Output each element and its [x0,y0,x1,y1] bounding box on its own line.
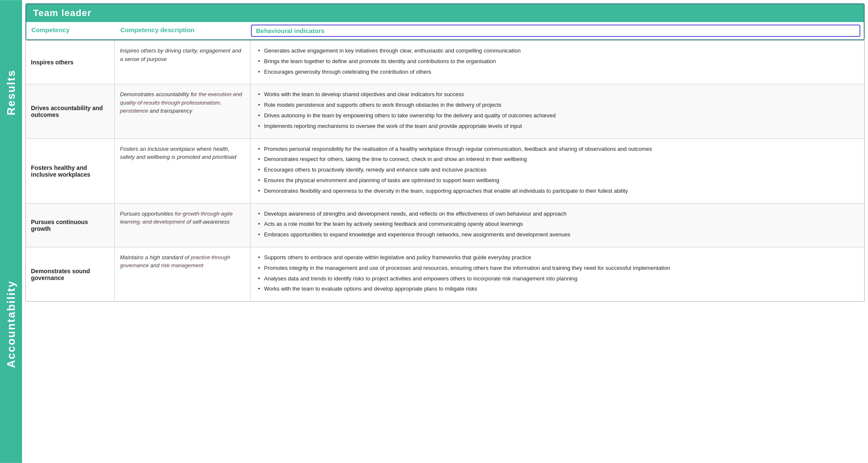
indicator-item: Implements reporting mechanisms to overs… [257,122,857,131]
cell-competency: Drives accountability and outcomes [26,84,115,138]
indicators-list: Supports others to embrace and operate w… [257,253,857,294]
indicator-item: Encourages generosity through celebratin… [257,68,857,77]
table-body: Inspires others Inspires others by drivi… [25,40,865,302]
description-text: Pursues opportunities for growth through… [120,211,233,225]
table-row: Demonstrates sound governance Maintains … [26,247,864,301]
indicators-list: Works with the team to develop shared ob… [257,90,857,130]
cell-description: Fosters an inclusive workplace where hea… [115,139,250,203]
competency-text: Inspires others [31,59,73,66]
indicators-list: Develops awareness of strengths and deve… [257,210,857,239]
indicators-list: Promotes personal responsibility for the… [257,145,857,196]
competency-header: Competency [26,25,115,37]
indicator-item: Encourages others to proactively identif… [257,166,857,175]
indicator-item: Promotes integrity in the management and… [257,264,857,273]
description-text: Inspires others by driving clarity, enga… [120,47,241,62]
header-box: Team leader Competency Competency descri… [25,3,865,40]
column-headers: Competency Competency description Behavi… [26,22,864,39]
table-row: Pursues continuous growth Pursues opport… [26,203,864,247]
description-text: Fosters an inclusive workplace where hea… [120,146,236,161]
results-label: Results [0,0,22,185]
competency-text: Drives accountability and outcomes [31,105,109,118]
cell-competency: Fosters healthy and inclusive workplaces [26,139,115,203]
table-row: Fosters healthy and inclusive workplaces… [26,139,864,203]
cell-competency: Pursues continuous growth [26,204,115,247]
indicator-item: Develops awareness of strengths and deve… [257,210,857,219]
indicator-item: Acts as a role model for the team by act… [257,220,857,229]
indicator-item: Works with the team to evaluate options … [257,285,857,294]
indicator-item: Brings the team together to define and p… [257,57,857,66]
competency-text: Demonstrates sound governance [31,268,109,281]
cell-indicators: Supports others to embrace and operate w… [250,247,864,301]
cell-description: Demonstrates accountability for the exec… [115,84,250,138]
competency-text: Fosters healthy and inclusive workplaces [31,164,109,178]
indicator-item: Generates active engagement in key initi… [257,47,857,55]
indicators-list: Generates active engagement in key initi… [257,47,857,76]
indicators-header: Behavioural indicators [251,25,860,37]
description-header: Competency description [115,25,251,37]
indicator-item: Demonstrates respect for others, taking … [257,155,857,164]
indicator-item: Embraces opportunities to expand knowled… [257,230,857,239]
cell-indicators: Promotes personal responsibility for the… [250,139,864,203]
cell-description: Pursues opportunities for growth through… [115,204,250,247]
accountability-label: Accountability [0,185,22,463]
description-text: Maintains a high standard of practice th… [120,254,230,269]
cell-indicators: Generates active engagement in key initi… [250,41,864,84]
indicator-item: Supports others to embrace and operate w… [257,253,857,262]
indicator-item: Role models persistence and supports oth… [257,101,857,110]
indicator-item: Ensures the physical environment and pla… [257,176,857,185]
indicator-item: Works with the team to develop shared ob… [257,90,857,99]
indicator-item: Drives autonomy in the team by empowerin… [257,111,857,120]
cell-competency: Demonstrates sound governance [26,247,115,301]
indicator-item: Analyses data and trends to identify ris… [257,274,857,283]
cell-description: Inspires others by driving clarity, enga… [115,41,250,84]
side-labels: Results Accountability [0,0,22,463]
page-wrapper: Results Accountability Team leader Compe… [0,0,868,463]
indicator-item: Promotes personal responsibility for the… [257,145,857,154]
table-row: Inspires others Inspires others by drivi… [26,40,864,84]
team-leader-title: Team leader [26,4,864,22]
description-text: Demonstrates accountability for the exec… [120,91,242,114]
cell-indicators: Works with the team to develop shared ob… [250,84,864,138]
cell-indicators: Develops awareness of strengths and deve… [250,204,864,247]
cell-competency: Inspires others [26,41,115,84]
competency-text: Pursues continuous growth [31,219,109,232]
cell-description: Maintains a high standard of practice th… [115,247,250,301]
table-row: Drives accountability and outcomes Demon… [26,84,864,138]
indicator-item: Demonstrates flexibility and openness to… [257,187,857,196]
main-content: Team leader Competency Competency descri… [22,0,868,463]
